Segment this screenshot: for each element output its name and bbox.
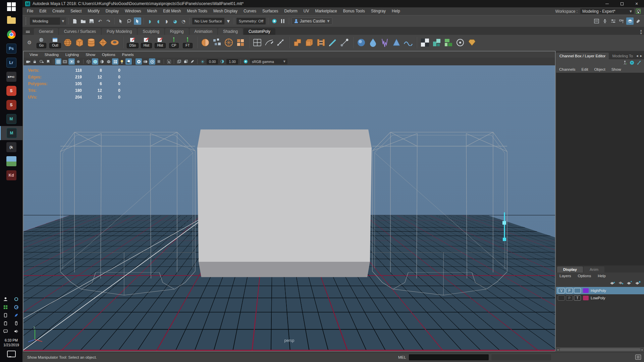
menu-stingray[interactable]: Stingray <box>368 7 389 15</box>
shelf-gear-icon[interactable]: ⚙ <box>27 40 32 46</box>
field-chart-icon[interactable] <box>75 58 82 65</box>
channel-slider-icon[interactable] <box>609 17 617 25</box>
shelf-tab-shading[interactable]: Shading <box>218 28 243 35</box>
vp-menu-show[interactable]: Show <box>82 53 99 57</box>
separate-icon[interactable] <box>212 38 222 48</box>
exposure-field[interactable]: 0.00 <box>207 59 218 64</box>
depth-peel-icon[interactable] <box>156 58 162 65</box>
close-button[interactable]: ✕ <box>629 0 644 7</box>
tab-display-layers[interactable]: Display <box>557 266 583 273</box>
cone-blue-icon[interactable] <box>391 38 401 48</box>
poly-cylinder-icon[interactable] <box>86 38 96 48</box>
lighting-toggle-icon[interactable] <box>119 58 125 65</box>
layer-visibility-toggle[interactable] <box>558 295 565 301</box>
layer-display-type-toggle[interactable]: T <box>574 295 581 301</box>
shelf-scroll-arrows[interactable]: ▲▼ <box>640 29 644 35</box>
mouse-icon[interactable] <box>13 320 20 326</box>
cb-menu-object[interactable]: Object <box>591 67 608 71</box>
channel-box-empty-area[interactable] <box>556 73 644 265</box>
grid-toggle-icon[interactable] <box>55 58 61 65</box>
poly-cube-icon[interactable] <box>74 38 85 48</box>
icicle-icon[interactable] <box>380 38 390 48</box>
ao-toggle-icon[interactable] <box>136 58 142 65</box>
shelf-button-hist1[interactable]: Hist <box>140 37 152 48</box>
undo-icon[interactable]: ↶ <box>96 17 104 25</box>
snap-plane-icon[interactable]: ◕ <box>171 17 179 25</box>
layer-editor-scrollbar[interactable]: ◂ ▸ <box>556 347 644 352</box>
tab-channel-box[interactable]: Channel Box / Layer Editor <box>556 53 609 59</box>
snap-curve-icon[interactable]: ◖ <box>155 17 162 25</box>
bevel-icon[interactable] <box>304 38 314 48</box>
shelf-menu-icon[interactable] <box>24 29 31 35</box>
shelf-tab-sculpting[interactable]: Sculpting <box>138 28 164 35</box>
textured-mode-icon[interactable] <box>105 58 112 65</box>
target-circle-icon[interactable] <box>455 38 465 48</box>
multicut-icon[interactable] <box>328 38 338 48</box>
menu-display[interactable]: Display <box>103 7 122 15</box>
menu-create[interactable]: Create <box>49 7 67 15</box>
lock-camera-icon[interactable] <box>32 58 38 65</box>
tab-scroll-right-icon[interactable]: ▸ <box>640 54 642 58</box>
layer-color-swatch[interactable] <box>583 296 589 300</box>
shaded-mode-icon[interactable] <box>92 58 98 65</box>
material-mode-icon[interactable] <box>99 58 105 65</box>
menu-uv[interactable]: UV <box>301 7 312 15</box>
sync-icon[interactable] <box>13 296 20 302</box>
wireframe-on-shaded-icon[interactable] <box>112 58 118 65</box>
outliner-toggle-icon[interactable] <box>593 17 600 25</box>
layer-row-lowpoly[interactable]: P T LowPoly <box>556 294 644 302</box>
xbox-icon[interactable] <box>2 304 9 310</box>
select-tool-icon[interactable] <box>117 17 124 25</box>
camera-attributes-icon[interactable] <box>38 58 45 65</box>
rig-toggle-icon[interactable] <box>601 17 608 25</box>
symmetry-field[interactable]: Symmetry: Off <box>236 18 266 24</box>
pencil-curve-icon[interactable] <box>264 38 274 48</box>
attribute-editor-toggle-icon[interactable] <box>635 17 642 25</box>
phone-icon[interactable] <box>2 312 9 318</box>
multisample-icon[interactable] <box>149 58 155 65</box>
target-weld-icon[interactable] <box>339 38 350 48</box>
smooth-icon[interactable] <box>224 38 234 48</box>
clipboard-icon[interactable] <box>2 320 9 326</box>
taskbar-lightroom[interactable]: Lr <box>0 56 22 70</box>
measure-icon[interactable] <box>276 38 286 48</box>
combine-icon[interactable] <box>200 38 210 48</box>
scroll-left-icon[interactable]: ◂ <box>557 348 558 351</box>
scrollbar-thumb[interactable] <box>559 348 641 351</box>
wave-icon[interactable] <box>403 38 413 48</box>
shelf-tab-animation[interactable]: Animation <box>190 28 217 35</box>
manipulator-link-icon[interactable] <box>623 60 627 65</box>
taskbar-chrome[interactable] <box>0 27 22 42</box>
workspace-lock-icon[interactable] <box>636 9 641 14</box>
lasso-tool-icon[interactable] <box>125 17 133 25</box>
layer-playback-toggle[interactable]: P <box>566 288 573 293</box>
layer-visibility-toggle[interactable]: V <box>558 288 565 293</box>
checker-icon[interactable] <box>420 38 430 48</box>
vp-menu-panels[interactable]: Panels <box>119 53 137 57</box>
bridge-icon[interactable] <box>316 38 326 48</box>
minimize-button[interactable] <box>600 0 614 7</box>
menu-modify[interactable]: Modify <box>85 7 102 15</box>
shelf-tab-custompoly[interactable]: CustomPoly <box>244 28 275 35</box>
taskbar-kdenlive[interactable]: Kd <box>0 168 22 182</box>
pause-icon[interactable] <box>279 17 286 25</box>
taskbar-photos[interactable] <box>0 154 22 168</box>
layer-playback-toggle[interactable]: P <box>566 295 573 301</box>
layer-name[interactable]: LowPoly <box>591 296 605 300</box>
vp-menu-shading[interactable]: Shading <box>41 53 62 57</box>
maximize-button[interactable] <box>614 0 629 7</box>
layer-row-highpoly[interactable]: V P HighPoly <box>556 287 644 294</box>
lattice-icon[interactable] <box>252 38 262 48</box>
menu-mesh-display[interactable]: Mesh Display <box>210 7 240 15</box>
viewport-canvas[interactable]: Verts: 118 8 0 Edges: 219 12 0 Polyg <box>23 65 555 351</box>
taskbar-file-explorer[interactable] <box>0 13 22 27</box>
menu-deform[interactable]: Deform <box>281 7 300 15</box>
key-toggle-icon[interactable] <box>618 17 625 25</box>
start-button[interactable] <box>0 0 22 13</box>
shelf-button-ft[interactable]: FT <box>181 37 194 48</box>
menu-mesh-tools[interactable]: Mesh Tools <box>184 7 210 15</box>
taskbar-photoshop[interactable]: Ps <box>0 42 22 56</box>
paint-select-tool-icon[interactable] <box>134 17 141 25</box>
menu-file[interactable]: File <box>24 7 36 15</box>
gamma-icon[interactable] <box>219 58 225 65</box>
